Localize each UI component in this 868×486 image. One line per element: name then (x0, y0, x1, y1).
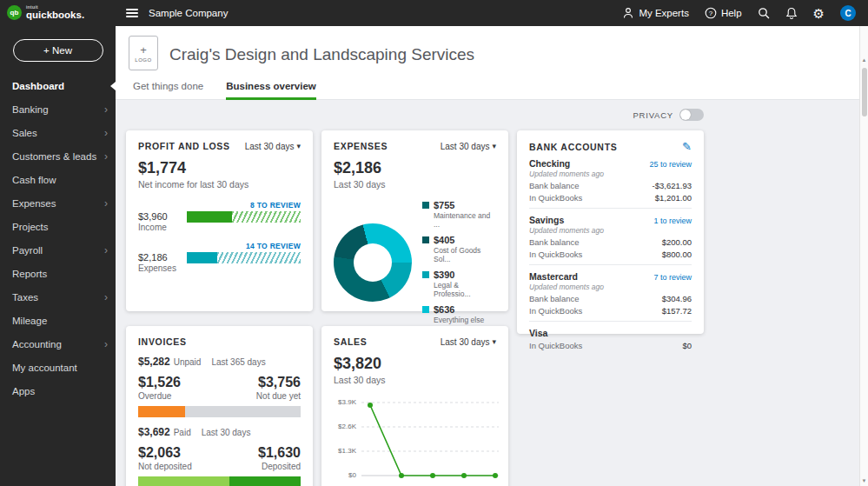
bank-account-row[interactable]: Mastercard 7 to review Updated moments a… (529, 265, 692, 322)
sidebar-item-banking[interactable]: Banking › (0, 97, 116, 121)
chevron-right-icon: › (104, 339, 108, 350)
legend-amount: $636 (434, 304, 484, 315)
bank-account-row[interactable]: Visa In QuickBooks$0 (529, 322, 692, 356)
y-axis-tick: $1.3K (334, 447, 356, 455)
sales-caption: Last 30 days (334, 375, 496, 385)
legend-item[interactable]: $390 Legal & Professio... (422, 270, 496, 298)
paid-invoices-bar[interactable] (138, 476, 301, 486)
user-avatar[interactable]: C (840, 5, 856, 21)
chevron-right-icon: › (104, 104, 108, 115)
privacy-control: PRIVACY (517, 109, 704, 121)
tab-get-things-done[interactable]: Get things done (133, 81, 203, 100)
expenses-period-dropdown[interactable]: Last 30 days ▾ (441, 142, 496, 151)
legend-item[interactable]: $636 Everything else (422, 304, 496, 324)
expenses-card: EXPENSES Last 30 days ▾ $2,186 Last 30 d… (321, 130, 508, 311)
sidebar-item-mileage[interactable]: Mileage (0, 309, 116, 332)
legend-label: Maintenance and ... (434, 211, 496, 229)
legend-item[interactable]: $405 Cost of Goods Sol... (422, 235, 496, 263)
card-title: EXPENSES (334, 141, 388, 151)
sidebar-item-sales[interactable]: Sales › (0, 121, 116, 144)
expense-amount: $2,186 (138, 252, 187, 263)
settings-gear-icon[interactable]: ⚙ (813, 7, 825, 20)
in-quickbooks-value: $1,201.00 (655, 193, 692, 203)
sidebar-item-my-accountant[interactable]: My accountant (0, 356, 116, 379)
company-name: Sample Company (149, 8, 228, 18)
not-due-segment[interactable] (185, 406, 301, 417)
help-button[interactable]: ? Help (705, 7, 742, 19)
edit-pencil-icon[interactable]: ✎ (682, 141, 692, 152)
notifications-bell-icon[interactable] (785, 7, 798, 20)
chevron-right-icon: › (104, 245, 108, 256)
expense-bar[interactable] (187, 252, 301, 263)
not-due-amount: $3,756 (258, 375, 301, 390)
expenses-legend: $755 Maintenance and ... $405 Cost of Go… (422, 200, 496, 324)
legend-item[interactable]: $755 Maintenance and ... (422, 200, 496, 229)
profit-loss-period-dropdown[interactable]: Last 30 days ▾ (245, 142, 301, 151)
sidebar-item-dashboard[interactable]: Dashboard (0, 74, 116, 97)
bank-account-row[interactable]: Savings 1 to review Updated moments ago … (529, 209, 692, 265)
not-deposited-amount: $2,063 (138, 445, 181, 461)
vertical-scrollbar[interactable]: ▲ ▼ (859, 26, 868, 486)
sidebar-item-cash-flow[interactable]: Cash flow (0, 168, 116, 191)
sidebar-item-payroll[interactable]: Payroll › (0, 238, 116, 262)
deposited-segment[interactable] (229, 476, 301, 486)
tab-business-overview[interactable]: Business overview (226, 81, 316, 100)
updated-timestamp: Updated moments ago (529, 170, 692, 178)
my-experts-button[interactable]: My Experts (622, 7, 689, 19)
qb-logo-monogram: qb (10, 9, 19, 17)
chevron-right-icon: › (104, 128, 108, 138)
sidebar: + New Dashboard Banking › Sales › Custom… (0, 26, 116, 486)
sidebar-item-customers-leads[interactable]: Customers & leads › (0, 144, 116, 168)
sidebar-item-accounting[interactable]: Accounting › (0, 332, 116, 356)
quickbooks-brand[interactable]: qb intuit quickbooks. (0, 5, 116, 21)
sales-line-chart[interactable]: $3.9K $2.6K $1.3K $0 (334, 394, 496, 486)
paid-period: Last 30 days (202, 428, 251, 437)
not-deposited-segment[interactable] (138, 476, 229, 486)
overdue-segment[interactable] (138, 406, 185, 417)
scroll-up-arrow-icon[interactable]: ▲ (860, 57, 868, 63)
account-name: Savings (529, 215, 564, 225)
sidebar-item-taxes[interactable]: Taxes › (0, 285, 116, 309)
card-title: PROFIT AND LOSS (138, 141, 230, 151)
expense-review-link[interactable]: 14 TO REVIEW (138, 242, 301, 250)
privacy-toggle[interactable] (679, 109, 704, 121)
deposited-label: Deposited (262, 462, 301, 471)
overdue-amount: $1,526 (138, 375, 181, 390)
privacy-label: PRIVACY (633, 110, 673, 120)
chevron-right-icon: › (104, 198, 108, 209)
search-icon[interactable] (758, 7, 770, 19)
help-icon: ? (705, 7, 717, 19)
new-button[interactable]: + New (13, 39, 103, 62)
income-bar[interactable] (187, 211, 301, 223)
y-axis-tick: $3.9K (334, 398, 356, 406)
sales-total: $3,820 (334, 355, 496, 373)
sidebar-item-label: Dashboard (12, 81, 64, 91)
sidebar-item-reports[interactable]: Reports (0, 262, 116, 285)
company-logo-upload[interactable]: + LOGO (129, 36, 158, 70)
sidebar-item-label: My accountant (12, 363, 77, 373)
scrollbar-thumb[interactable] (862, 68, 867, 117)
legend-swatch (422, 202, 429, 209)
expense-bar-row: $2,186 Expenses (138, 252, 301, 273)
to-review-link[interactable]: 7 to review (653, 273, 692, 282)
scroll-down-arrow-icon[interactable]: ▼ (860, 478, 868, 483)
plus-icon: + (140, 44, 147, 56)
sidebar-item-apps[interactable]: Apps (0, 379, 116, 403)
unpaid-invoices-bar[interactable] (138, 406, 301, 417)
my-experts-label: My Experts (639, 8, 689, 18)
bank-account-row[interactable]: Checking 25 to review Updated moments ag… (529, 152, 692, 209)
income-review-link[interactable]: 8 TO REVIEW (138, 201, 301, 210)
to-review-link[interactable]: 1 to review (653, 216, 692, 225)
income-amount: $3,960 (138, 211, 187, 222)
expenses-donut-chart[interactable] (334, 223, 412, 302)
sidebar-item-projects[interactable]: Projects (0, 215, 116, 238)
sidebar-item-expenses[interactable]: Expenses › (0, 191, 116, 215)
hamburger-menu-icon[interactable] (126, 9, 138, 17)
chevron-down-icon: ▾ (492, 337, 496, 346)
sidebar-item-label: Customers & leads (12, 151, 96, 162)
sidebar-item-label: Cash flow (12, 175, 56, 185)
to-review-link[interactable]: 25 to review (649, 160, 692, 169)
svg-text:?: ? (709, 10, 713, 17)
legend-label: Cost of Goods Sol... (434, 246, 496, 263)
sales-period-dropdown[interactable]: Last 30 days ▾ (441, 337, 496, 347)
